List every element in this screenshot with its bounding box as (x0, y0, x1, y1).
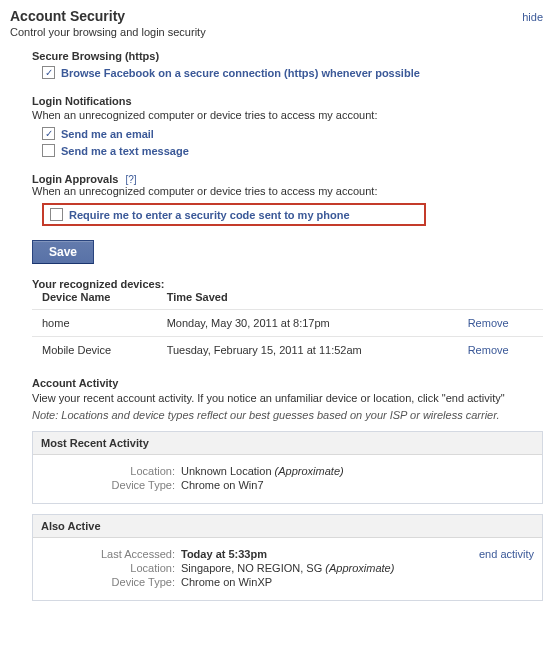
security-code-label[interactable]: Require me to enter a security code sent… (69, 209, 350, 221)
security-code-checkbox[interactable] (50, 208, 63, 221)
login-notifications-title: Login Notifications (32, 95, 543, 107)
login-approvals-section: Login Approvals [?] When an unrecognized… (10, 173, 543, 226)
remove-link[interactable]: Remove (468, 317, 509, 329)
page-subtitle: Control your browsing and login security (10, 26, 543, 38)
location-approx: (Approximate) (275, 465, 344, 477)
device-type-key: Device Type: (41, 576, 181, 588)
table-row: home Monday, May 30, 2011 at 8:17pm Remo… (32, 310, 543, 337)
also-active-header: Also Active (41, 520, 101, 532)
sms-label[interactable]: Send me a text message (61, 145, 189, 157)
account-activity-note: Note: Locations and device types reflect… (32, 409, 543, 421)
login-approvals-help-link[interactable]: [?] (125, 174, 136, 185)
device-type-value: Chrome on Win7 (181, 479, 264, 491)
sms-checkbox[interactable] (42, 144, 55, 157)
login-approvals-title: Login Approvals (32, 173, 118, 185)
end-activity-link[interactable]: end activity (479, 548, 534, 560)
recognized-devices-title: Your recognized devices: (32, 278, 543, 290)
location-value: Unknown Location (181, 465, 272, 477)
last-accessed-value: Today at 5:33pm (181, 548, 267, 560)
account-activity-desc: View your recent account activity. If yo… (32, 392, 543, 404)
account-activity-section: Account Activity View your recent accoun… (10, 377, 543, 601)
device-name-cell: Mobile Device (32, 337, 157, 364)
remove-link[interactable]: Remove (468, 344, 509, 356)
secure-browsing-section: Secure Browsing (https) Browse Facebook … (10, 50, 543, 81)
recognized-devices-table: Device Name Time Saved home Monday, May … (32, 291, 543, 363)
email-label[interactable]: Send me an email (61, 128, 154, 140)
device-type-value: Chrome on WinXP (181, 576, 272, 588)
account-activity-title: Account Activity (32, 377, 543, 389)
table-row: Mobile Device Tuesday, February 15, 2011… (32, 337, 543, 364)
device-name-cell: home (32, 310, 157, 337)
recognized-devices-section: Your recognized devices: Device Name Tim… (10, 278, 543, 363)
col-time-saved: Time Saved (157, 291, 458, 310)
login-notifications-desc: When an unrecognized computer or device … (32, 109, 543, 121)
device-time-cell: Tuesday, February 15, 2011 at 11:52am (157, 337, 458, 364)
hide-link[interactable]: hide (522, 11, 543, 23)
page-title: Account Security (10, 8, 125, 24)
secure-browsing-label[interactable]: Browse Facebook on a secure connection (… (61, 67, 420, 79)
location-key: Location: (41, 562, 181, 574)
last-accessed-key: Last Accessed: (41, 548, 181, 560)
most-recent-header: Most Recent Activity (41, 437, 149, 449)
secure-browsing-checkbox[interactable] (42, 66, 55, 79)
login-approvals-highlight: Require me to enter a security code sent… (42, 203, 426, 226)
location-key: Location: (41, 465, 181, 477)
save-button[interactable]: Save (32, 240, 94, 264)
email-checkbox[interactable] (42, 127, 55, 140)
device-time-cell: Monday, May 30, 2011 at 8:17pm (157, 310, 458, 337)
device-type-key: Device Type: (41, 479, 181, 491)
secure-browsing-title: Secure Browsing (https) (32, 50, 543, 62)
col-device-name: Device Name (32, 291, 157, 310)
also-active-block: Also Active end activity Last Accessed: … (32, 514, 543, 601)
login-approvals-desc: When an unrecognized computer or device … (32, 185, 543, 197)
login-notifications-section: Login Notifications When an unrecognized… (10, 95, 543, 159)
location-value: Singapore, NO REGION, SG (181, 562, 322, 574)
location-approx: (Approximate) (325, 562, 394, 574)
most-recent-activity-block: Most Recent Activity Location: Unknown L… (32, 431, 543, 504)
